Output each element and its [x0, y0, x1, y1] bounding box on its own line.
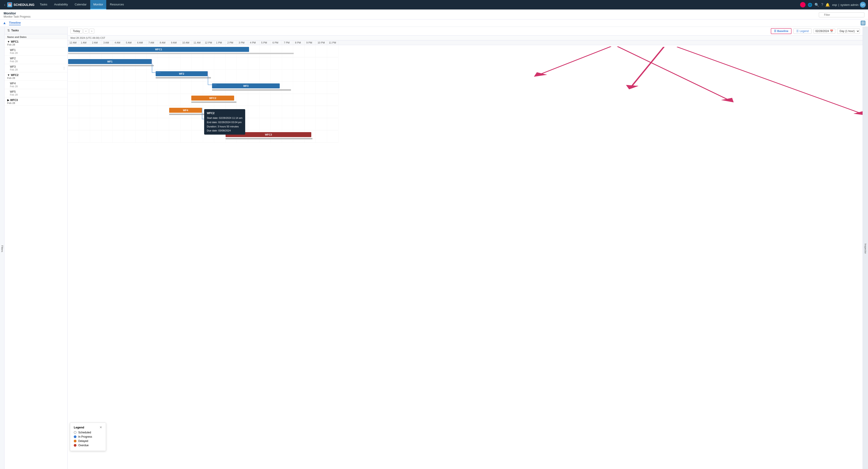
gantt-body: WFC1 WF1 [68, 45, 338, 143]
tooltip-due: Due date: 03/08/2024 [207, 129, 231, 132]
gantt-tooltip: WFC2 Start date: 02/28/2024 11:14 am End… [204, 109, 245, 135]
tooltip-end: End date: 02/28/2024 03:04 pm [207, 121, 242, 124]
baseline-button[interactable]: ☰ Baseline [771, 28, 792, 34]
legend-dot-scheduled [74, 431, 76, 434]
gantt-baseline-wfc2 [191, 101, 237, 103]
gantt-bar-wfc1[interactable]: WFC1 [68, 47, 249, 52]
hour-7pm: 7 PM [282, 40, 293, 45]
hour-2am: 2 AM [90, 40, 101, 45]
help-icon[interactable]: ? [821, 3, 823, 7]
task-date-wf4: Feb 28 [10, 85, 65, 88]
nav-availability[interactable]: Availability [51, 0, 71, 9]
notification-icon[interactable]: 🔔 [825, 3, 830, 7]
filters-strip[interactable]: Filters [0, 27, 4, 469]
gantt-row-wfc3: WFC3 [68, 130, 338, 143]
gantt-bar-wf2[interactable]: WF2 [156, 71, 208, 76]
filter-funnel-icon[interactable]: ▲ [3, 21, 6, 25]
nav-calendar[interactable]: Calendar [71, 0, 90, 9]
gantt-right-controls: ☰ Baseline ☰ Legend 02/28/2024 📅 Day (1 … [771, 28, 860, 34]
view-toggle-icon[interactable] [861, 21, 865, 25]
legend-label: Legend [800, 30, 809, 33]
today-button[interactable]: Today [70, 29, 83, 34]
task-group-wfc1[interactable]: ▼ WFC1 Feb 28 [4, 39, 67, 48]
legend-title: Legend [74, 426, 84, 429]
hour-12am: 12 AM [68, 40, 79, 45]
legend-icon: ☰ [796, 30, 799, 33]
gantt-row-wfc1: WFC1 [68, 45, 338, 57]
gantt-bar-wfc2[interactable]: WFC2 [191, 96, 234, 100]
back-button[interactable]: ‹ [2, 2, 7, 7]
task-item-wf5[interactable]: WF5 Feb 28 [4, 89, 67, 97]
sort-icon[interactable]: ⇅ [7, 29, 10, 32]
page-subtitle: Monitor Task Progress [4, 15, 30, 18]
timeline-tab[interactable]: Timeline [9, 21, 21, 25]
gantt-row-wf1: WF1 [68, 57, 338, 69]
filter-input[interactable] [819, 12, 864, 18]
prev-date-button[interactable]: ‹ [84, 29, 88, 34]
gantt-bar-wf1[interactable]: WF1 [68, 59, 152, 64]
task-item-wf4[interactable]: WF4 Feb 28 [4, 81, 67, 89]
legend-button[interactable]: ☰ Legend [793, 28, 812, 34]
next-date-button[interactable]: › [89, 29, 94, 34]
nav-tasks[interactable]: Tasks [37, 0, 51, 9]
bar-label-wf4: WF4 [183, 109, 188, 112]
task-name-wfc1: WFC1 [11, 40, 19, 43]
task-name-wf4: WF4 [10, 82, 65, 85]
gantt-baseline-wf2 [156, 77, 211, 79]
calendar-icon: 📅 [830, 30, 833, 33]
task-group-wfc2[interactable]: ▼ WFC2 Feb 28 [4, 72, 67, 81]
gantt-baseline-wf3 [212, 89, 291, 91]
hour-6pm: 6 PM [271, 40, 282, 45]
gantt-bar-wf4[interactable]: WF4 [169, 108, 202, 113]
username: esp [832, 3, 837, 6]
task-name-wf5: WF5 [10, 90, 65, 93]
expand-arrow-wfc1[interactable]: ▼ [7, 40, 10, 43]
gantt-row-wf5: WF5 [68, 118, 338, 130]
date-value: 02/28/2024 [815, 30, 829, 33]
legend-box: Legend ✕ Scheduled In Progress Delayed O… [70, 423, 106, 451]
task-item-wf1[interactable]: WF1 Feb 28 [4, 48, 67, 56]
inspector-tab[interactable]: Inspector [863, 27, 868, 469]
hour-1pm: 1 PM [214, 40, 225, 45]
hour-10pm: 10 PM [316, 40, 327, 45]
search-icon[interactable]: 🔍 [814, 3, 819, 7]
inspector-label: Inspector [864, 244, 867, 254]
task-dots-wf3[interactable]: ⋮ [62, 66, 66, 70]
sub-header: Monitor Monitor Task Progress ▼ [0, 9, 868, 20]
legend-label-overdue: Overdue [78, 444, 89, 447]
toolbar-row: ▲ Timeline [0, 20, 868, 27]
globe-icon[interactable]: 🌐 [808, 3, 812, 7]
hour-10am: 10 AM [181, 40, 192, 45]
task-date-wfc2: Feb 28 [7, 77, 65, 80]
task-group-wfc3[interactable]: ▶ WFC3 Feb 28 [4, 97, 67, 106]
legend-dot-overdue [74, 444, 76, 447]
view-selector[interactable]: Day (1 hour) [837, 28, 860, 34]
user-avatar[interactable]: SA [860, 2, 866, 8]
svg-line-8 [617, 46, 730, 100]
gantt-row-wf2: WF2 [68, 69, 338, 82]
filters-label: Filters [1, 245, 4, 252]
expand-arrow-wfc2[interactable]: ▼ [7, 73, 10, 77]
nav-resources[interactable]: Resources [107, 0, 127, 9]
legend-dot-delayed [74, 440, 76, 442]
expand-arrow-wfc3[interactable]: ▶ [7, 98, 9, 102]
task-item-wf3[interactable]: WF3 Feb 28 ⋮ [4, 64, 67, 72]
gantt-baseline-wf1 [68, 65, 154, 66]
task-name-wfc3: WFC3 [10, 98, 18, 102]
task-item-wf2[interactable]: WF2 Feb 28 [4, 56, 67, 64]
gantt-bar-wf3[interactable]: WF3 [212, 84, 280, 88]
nav-items: Tasks Availability Calendar Monitor Reso… [37, 0, 800, 9]
hour-5am: 5 AM [124, 40, 135, 45]
date-picker-button[interactable]: 02/28/2024 📅 [813, 29, 835, 34]
svg-rect-3 [863, 23, 865, 25]
hour-7am: 7 AM [147, 40, 158, 45]
timeline-scroll-area[interactable]: 12 AM 1 AM 2 AM 3 AM 4 AM 5 AM 6 AM 7 AM… [68, 40, 863, 143]
task-name-wf2: WF2 [10, 57, 65, 60]
nav-monitor[interactable]: Monitor [90, 0, 106, 9]
gantt-nav-buttons: Today ‹ › [70, 29, 94, 34]
task-date-wf3: Feb 28 [10, 68, 65, 71]
legend-close-button[interactable]: ✕ [99, 426, 102, 429]
hour-6am: 6 AM [135, 40, 147, 45]
main-area: ▲ Timeline Filters ⇅ Tasks Name and Date… [0, 20, 868, 469]
timeline-hours-header: 12 AM 1 AM 2 AM 3 AM 4 AM 5 AM 6 AM 7 AM… [68, 40, 863, 45]
